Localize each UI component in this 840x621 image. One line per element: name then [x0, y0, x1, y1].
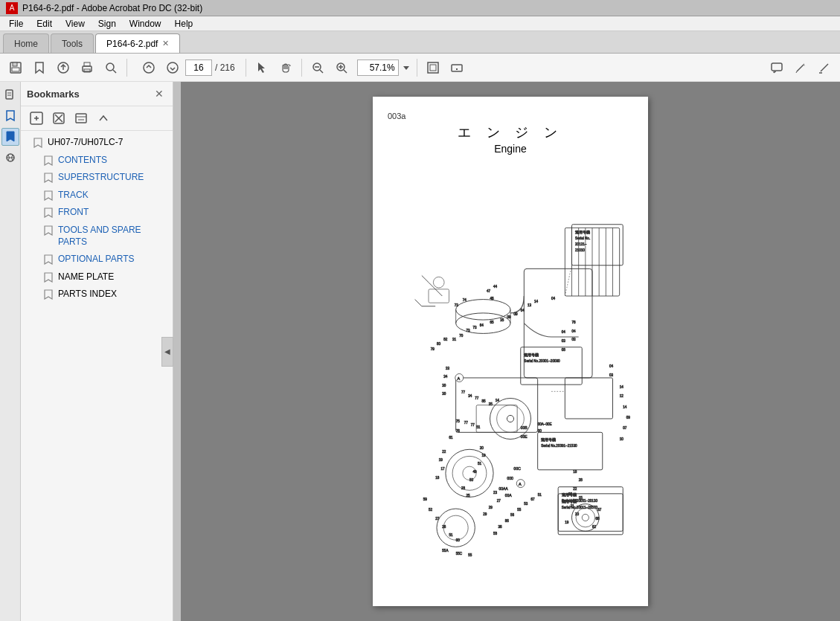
bookmark-icon-8	[43, 289, 54, 300]
bookmark-item-4[interactable]: FRONT	[21, 204, 173, 222]
svg-text:47: 47	[487, 289, 491, 293]
menu-sign[interactable]: Sign	[92, 17, 122, 30]
svg-text:67: 67	[531, 498, 536, 501]
svg-text:27: 27	[497, 499, 501, 503]
svg-text:51: 51	[476, 425, 481, 429]
svg-text:適用号機: 適用号機	[575, 230, 590, 234]
pen-button[interactable]	[789, 57, 812, 78]
zoom-dropdown-button[interactable]	[400, 57, 412, 78]
engine-title-en: Engine	[388, 143, 633, 155]
side-icon-links[interactable]	[1, 149, 19, 167]
bookmark-label-7: NAME PLATE	[58, 271, 114, 283]
svg-marker-60	[45, 255, 52, 264]
next-page-button[interactable]	[161, 57, 184, 78]
svg-text:80: 80	[437, 342, 441, 346]
svg-text:50: 50	[469, 478, 474, 482]
svg-text:44: 44	[493, 285, 498, 289]
bookmark-icon-0	[33, 138, 43, 148]
svg-text:A: A	[458, 376, 461, 381]
bookmark-button[interactable]	[28, 57, 51, 78]
title-text: P164-6-2.pdf - Adobe Acrobat Pro DC (32-…	[22, 3, 202, 13]
page-number-input[interactable]	[185, 59, 212, 76]
svg-text:A: A	[519, 482, 522, 486]
svg-text:29: 29	[483, 512, 487, 516]
zoom-in-button[interactable]	[330, 57, 353, 78]
svg-text:76: 76	[456, 429, 461, 433]
menu-edit[interactable]: Edit	[31, 17, 58, 30]
menu-view[interactable]: View	[60, 17, 91, 30]
svg-text:18: 18	[435, 476, 440, 480]
bookmark-item-3[interactable]: TRACK	[21, 187, 173, 205]
document-area[interactable]: 003a エ ン ジ ン Engine	[181, 82, 840, 621]
svg-rect-84	[429, 289, 449, 303]
bookmark-item-5[interactable]: TOOLS AND SPARE PARTS	[21, 222, 173, 251]
bookmark-item-0[interactable]: UH07-7/UH07LC-7	[21, 134, 173, 152]
svg-text:09: 09	[626, 416, 631, 419]
bookmark-item-1[interactable]: CONTENTS	[21, 152, 173, 170]
keyboard-button[interactable]	[446, 57, 468, 78]
bookmark-label-5: TOOLS AND SPARE PARTS	[58, 225, 167, 248]
bm-expand-button[interactable]	[71, 109, 91, 127]
search-button[interactable]	[100, 57, 122, 78]
tab-close-icon[interactable]: ✕	[162, 39, 169, 48]
panel-toggle-button[interactable]: ◀	[161, 337, 173, 367]
svg-text:52: 52	[429, 508, 433, 512]
side-icon-pages[interactable]	[1, 86, 19, 104]
side-icon-active[interactable]	[1, 128, 19, 146]
menu-help[interactable]: Help	[169, 17, 199, 30]
bookmarks-header: Bookmarks ✕	[21, 82, 173, 106]
save-button[interactable]	[4, 57, 27, 78]
bookmarks-panel-title: Bookmarks	[27, 89, 80, 100]
comment-button[interactable]	[766, 57, 788, 78]
tab-pdf[interactable]: P164-6-2.pdf ✕	[95, 33, 180, 53]
cursor-tool-button[interactable]	[251, 57, 273, 78]
bookmark-item-2[interactable]: SUPERSTRUCTURE	[21, 169, 173, 187]
svg-text:適用号機: 適用号機	[541, 437, 556, 442]
svg-text:29: 29	[489, 506, 493, 509]
svg-text:10: 10	[620, 437, 624, 441]
bm-add-button[interactable]	[27, 109, 46, 127]
bookmark-icon-3	[43, 190, 54, 201]
svg-line-217	[565, 266, 571, 296]
bm-delete-button[interactable]	[49, 109, 68, 127]
bookmarks-close-button[interactable]: ✕	[152, 86, 167, 101]
bm-collapse-button[interactable]	[94, 109, 113, 127]
svg-text:77: 77	[471, 423, 475, 427]
svg-text:19: 19	[482, 454, 487, 457]
svg-point-80	[507, 415, 513, 422]
svg-text:04: 04	[562, 330, 566, 334]
svg-text:Serial No.20001~20090: Serial No.20001~20090	[524, 359, 560, 363]
bookmark-item-6[interactable]: OPTIONAL PARTS	[21, 251, 173, 268]
menu-window[interactable]: Window	[124, 17, 167, 30]
engine-diagram: 適用号機 Serial No.20001~20090 適用号機 Serial N…	[388, 162, 633, 593]
tab-bar: Home Tools P164-6-2.pdf ✕	[0, 31, 840, 54]
print-button[interactable]	[76, 57, 98, 78]
bookmark-icon-4	[43, 207, 54, 218]
tab-home[interactable]: Home	[3, 33, 49, 53]
svg-text:28: 28	[461, 486, 466, 490]
fit-page-button[interactable]	[422, 57, 444, 78]
zoom-out-button[interactable]	[307, 57, 329, 78]
svg-marker-62	[45, 290, 52, 299]
svg-rect-30	[772, 63, 782, 71]
zoom-input[interactable]	[357, 59, 399, 76]
prev-page-button[interactable]	[138, 57, 160, 78]
bookmark-label-2: SUPERSTRUCTURE	[58, 172, 144, 184]
menu-file[interactable]: File	[3, 17, 29, 30]
side-icon-bookmarks[interactable]	[1, 107, 19, 125]
svg-text:00A: 00A	[505, 493, 513, 498]
zoom-box	[357, 57, 412, 78]
svg-text:56: 56	[510, 513, 515, 517]
svg-text:30: 30	[442, 384, 446, 387]
svg-rect-21	[428, 62, 438, 73]
svg-text:77: 77	[464, 421, 469, 425]
svg-text:51: 51	[478, 462, 482, 466]
bookmark-item-7[interactable]: NAME PLATE	[21, 268, 173, 286]
svg-point-10	[144, 62, 154, 73]
upload-button[interactable]	[52, 57, 74, 78]
bookmark-item-8[interactable]: PARTS INDEX	[21, 286, 173, 303]
stamp-button[interactable]	[813, 57, 836, 78]
tab-tools[interactable]: Tools	[51, 33, 94, 53]
hand-tool-button[interactable]	[275, 57, 297, 78]
svg-text:Serial No.: Serial No.	[575, 237, 590, 240]
